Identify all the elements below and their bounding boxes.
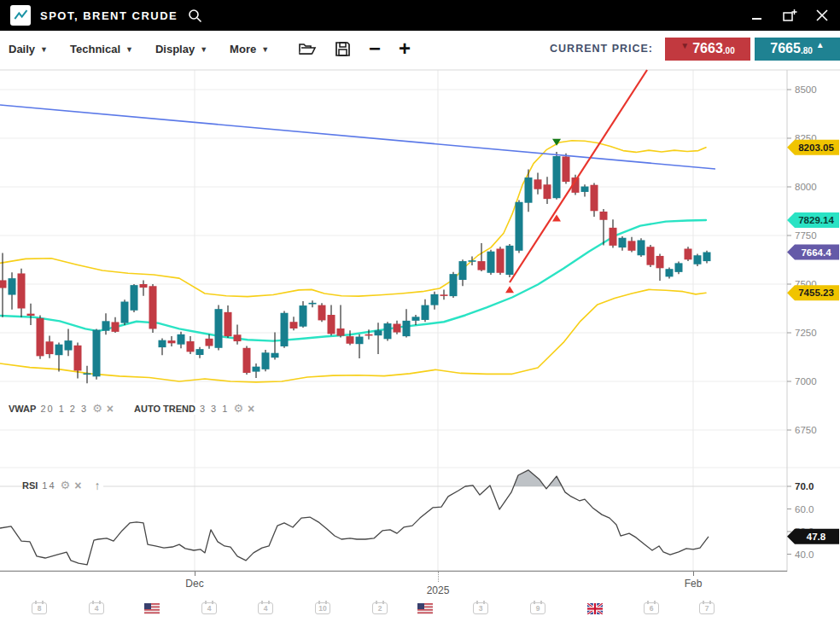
window-titlebar: SPOT, BRENT CRUDE bbox=[0, 0, 840, 31]
buy-signal-icon bbox=[505, 286, 514, 293]
time-axis-footer: Dec 2025 Feb 84441023967 bbox=[0, 572, 840, 622]
us-flag-icon[interactable] bbox=[417, 602, 433, 618]
vwap-indicator-label: VWAP bbox=[9, 404, 36, 414]
price-down-arrow-icon: ▼ bbox=[680, 41, 689, 50]
rsi-settings-gear-icon[interactable]: ⚙ bbox=[61, 480, 71, 491]
calendar-event-icon[interactable]: 6 bbox=[644, 602, 659, 614]
calendar-event-icon[interactable]: 8 bbox=[32, 602, 47, 614]
chart-area: 8500825080007750750072507000675070.060.0… bbox=[0, 67, 840, 572]
calendar-event-icon[interactable]: 4 bbox=[201, 602, 217, 614]
price-axis-labels: 8500825080007750750072507000675070.060.0… bbox=[787, 84, 817, 560]
dec-tick bbox=[195, 572, 195, 576]
svg-text:8203.05: 8203.05 bbox=[798, 142, 834, 153]
window-title: SPOT, BRENT CRUDE bbox=[40, 9, 178, 22]
save-icon[interactable] bbox=[335, 41, 351, 57]
svg-text:8500: 8500 bbox=[795, 84, 817, 95]
year-label-2025: 2025 bbox=[427, 584, 450, 596]
current-price-label: CURRENT PRICE: bbox=[550, 43, 653, 55]
bollinger-lower-band bbox=[0, 289, 706, 382]
month-label-dec: Dec bbox=[185, 578, 203, 590]
menu-bar: Daily▼Technical▼Display▼More▼ bbox=[9, 43, 291, 55]
chart-toolbar: Daily▼Technical▼Display▼More▼ − + CURREN… bbox=[0, 31, 840, 67]
menu-more[interactable]: More▼ bbox=[230, 43, 269, 55]
svg-text:7455.23: 7455.23 bbox=[798, 288, 834, 298]
svg-text:60.0: 60.0 bbox=[795, 504, 814, 514]
red-trendline[interactable] bbox=[510, 70, 647, 282]
calendar-event-icon[interactable]: 10 bbox=[315, 602, 330, 614]
zoom-out-button[interactable]: − bbox=[369, 40, 381, 57]
ask-price: 7665 bbox=[770, 41, 801, 56]
svg-text:6750: 6750 bbox=[795, 425, 817, 435]
calendar-event-icon[interactable]: 4 bbox=[89, 602, 104, 614]
calendar-event-icon[interactable]: 7 bbox=[699, 602, 715, 614]
svg-text:7250: 7250 bbox=[795, 328, 817, 338]
svg-text:7829.14: 7829.14 bbox=[798, 215, 834, 225]
overlay-indicator-labels: VWAP 20 1 2 3 ⚙ × AUTO TREND 3 3 1 ⚙ × bbox=[9, 403, 258, 415]
rsi-line bbox=[0, 470, 709, 565]
svg-text:40.0: 40.0 bbox=[795, 549, 814, 560]
chevron-down-icon: ▼ bbox=[261, 44, 269, 54]
bid-price: 7663 bbox=[692, 41, 723, 56]
vwap-settings-gear-icon[interactable]: ⚙ bbox=[92, 404, 102, 414]
rsi-overbought-shading bbox=[465, 470, 562, 486]
svg-text:47.8: 47.8 bbox=[807, 532, 826, 542]
ask-price-badge: 7665 .80 ▲ bbox=[755, 38, 840, 61]
uk-flag-icon[interactable] bbox=[587, 602, 603, 618]
blue-trendline[interactable] bbox=[0, 105, 715, 169]
chart-canvas[interactable]: 8500825080007750750072507000675070.060.0… bbox=[0, 67, 840, 572]
chevron-down-icon: ▼ bbox=[200, 44, 207, 54]
svg-text:7664.4: 7664.4 bbox=[801, 247, 831, 258]
price-up-arrow-icon: ▲ bbox=[816, 40, 825, 49]
year-dotted-tick bbox=[438, 572, 439, 582]
calendar-event-icon[interactable]: 2 bbox=[372, 602, 388, 614]
zoom-in-button[interactable]: + bbox=[399, 40, 411, 57]
rsi-indicator-label: RSI bbox=[22, 480, 38, 491]
calendar-event-icon[interactable]: 3 bbox=[473, 602, 488, 614]
minimize-button[interactable] bbox=[751, 9, 763, 21]
chevron-down-icon: ▼ bbox=[40, 44, 48, 54]
bid-price-badge: ▼ 7663 .00 bbox=[665, 38, 750, 61]
menu-daily[interactable]: Daily▼ bbox=[9, 43, 48, 55]
rsi-indicator-labels: RSI 14 ⚙ × ↑ bbox=[22, 478, 103, 493]
calendar-event-icon[interactable]: 9 bbox=[530, 602, 545, 614]
close-button[interactable] bbox=[816, 9, 828, 21]
svg-text:70.0: 70.0 bbox=[795, 481, 814, 491]
svg-text:8000: 8000 bbox=[795, 182, 817, 192]
rsi-remove-icon[interactable]: × bbox=[74, 480, 81, 491]
month-label-feb: Feb bbox=[685, 578, 703, 590]
us-flag-icon[interactable] bbox=[144, 602, 160, 618]
open-folder-icon[interactable] bbox=[298, 41, 317, 56]
search-icon[interactable] bbox=[188, 9, 202, 23]
calendar-event-icon[interactable]: 4 bbox=[258, 602, 273, 614]
svg-text:7000: 7000 bbox=[795, 376, 817, 387]
menu-display[interactable]: Display▼ bbox=[155, 43, 207, 55]
vwap-remove-icon[interactable]: × bbox=[107, 404, 114, 414]
rsi-move-up-arrow-icon[interactable]: ↑ bbox=[94, 479, 100, 492]
autotrend-settings-gear-icon[interactable]: ⚙ bbox=[233, 404, 243, 414]
app-logo-icon bbox=[10, 5, 31, 26]
autotrend-indicator-label: AUTO TREND bbox=[134, 404, 195, 414]
popout-button[interactable] bbox=[782, 9, 797, 22]
feb-tick bbox=[693, 572, 694, 576]
chevron-down-icon: ▼ bbox=[125, 44, 133, 54]
menu-technical[interactable]: Technical▼ bbox=[70, 43, 133, 55]
svg-text:7750: 7750 bbox=[795, 230, 817, 241]
autotrend-remove-icon[interactable]: × bbox=[248, 404, 254, 414]
